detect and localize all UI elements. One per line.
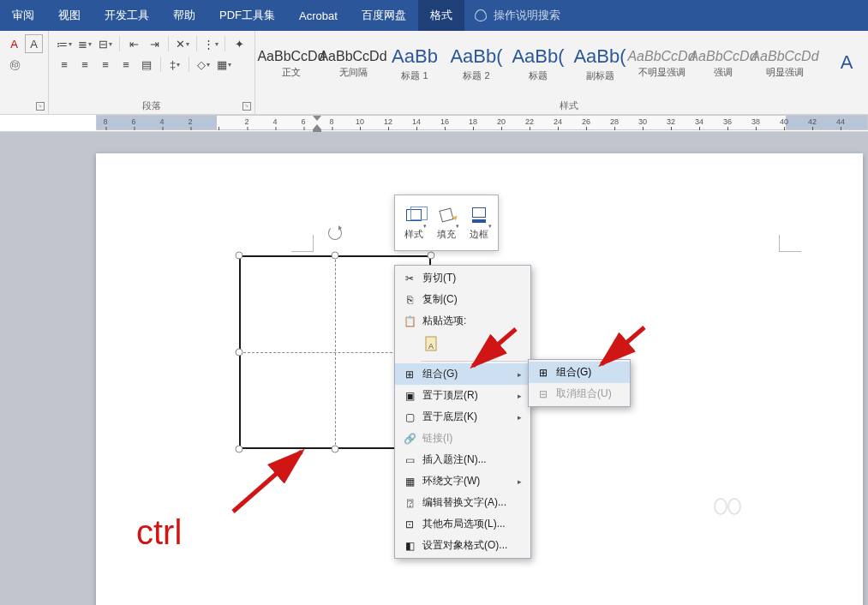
- resize-handle-bm[interactable]: [332, 446, 339, 453]
- ruler-tick: 14: [412, 117, 421, 126]
- paragraph-dialog-launcher[interactable]: [242, 102, 251, 111]
- font-dialog-launcher[interactable]: [36, 102, 45, 111]
- alt-text-icon: ⍰: [400, 497, 419, 509]
- group-font-partial: A A ㊞: [0, 31, 49, 114]
- numbering-button[interactable]: ≣: [75, 34, 95, 53]
- tab-help[interactable]: 帮助: [161, 0, 207, 31]
- style-name-label: 无间隔: [339, 66, 368, 79]
- tab-review[interactable]: 审阅: [0, 0, 46, 31]
- indent-marker[interactable]: [313, 116, 321, 121]
- tab-acrobat[interactable]: Acrobat: [287, 0, 350, 31]
- style-sample: AaBbCcDd: [319, 49, 386, 64]
- submenu-arrow-icon: ▸: [518, 477, 522, 486]
- char-border-button[interactable]: A: [25, 34, 43, 53]
- menu-format-object[interactable]: ◧ 设置对象格式(O)...: [395, 535, 530, 556]
- style-item-1[interactable]: AaBbCcDd无间隔: [322, 34, 384, 93]
- mini-fill-button[interactable]: ▾ 填充: [431, 199, 462, 247]
- resize-handle-tr[interactable]: [428, 252, 435, 260]
- sort-button[interactable]: ⋮: [201, 34, 221, 53]
- increase-indent-button[interactable]: ⇥: [144, 34, 165, 53]
- style-name-label: 标题: [529, 69, 548, 82]
- annotation-arrow-submenu: [593, 323, 653, 378]
- menu-bring-front[interactable]: ▣ 置于顶层(R) ▸: [395, 385, 530, 406]
- tab-view[interactable]: 视图: [46, 0, 93, 31]
- style-item-2[interactable]: AaBb标题 1: [384, 34, 446, 93]
- bulb-icon: [475, 9, 487, 21]
- document-canvas[interactable]: ▾ 样式 ▾ 填充 ▾ 边框 ✂ 剪切(T) ⎘ 复制(C): [0, 132, 868, 605]
- menu-link: 🔗 链接(I): [395, 428, 530, 449]
- style-sample: AaBb(: [512, 45, 564, 68]
- style-item-4[interactable]: AaBb(标题: [507, 34, 569, 93]
- scissors-icon: ✂: [400, 273, 419, 285]
- submenu-arrow-icon: ▸: [518, 392, 522, 400]
- menu-send-back[interactable]: ▢ 置于底层(K) ▸: [395, 406, 530, 428]
- tab-pdf[interactable]: PDF工具集: [207, 0, 287, 31]
- style-item-3[interactable]: AaBb(标题 2: [446, 34, 507, 93]
- mini-outline-button[interactable]: ▾ 边框: [464, 199, 494, 247]
- page[interactable]: ▾ 样式 ▾ 填充 ▾ 边框 ✂ 剪切(T) ⎘ 复制(C): [96, 153, 863, 605]
- ruler-tick: 42: [808, 117, 817, 126]
- rotate-handle[interactable]: [328, 226, 342, 240]
- copy-icon: ⎘: [400, 294, 419, 306]
- style-item-6[interactable]: AaBbCcDd不明显强调: [631, 34, 692, 93]
- tell-me-search[interactable]: 操作说明搜索: [464, 0, 571, 31]
- tab-format[interactable]: 格式: [418, 0, 464, 31]
- resize-handle-ml[interactable]: [236, 349, 243, 356]
- ruler-tick: 34: [695, 117, 703, 126]
- mini-style-button[interactable]: ▾ 样式: [398, 199, 429, 247]
- style-name-label: 强调: [714, 66, 733, 79]
- show-marks-button[interactable]: ✦: [229, 34, 249, 53]
- justify-button[interactable]: ≡: [116, 55, 136, 74]
- margin-corner-tl: [291, 235, 314, 252]
- paste-picture-button[interactable]: A: [421, 333, 443, 356]
- borders-button[interactable]: ▦: [213, 55, 234, 74]
- shading-button[interactable]: ◇: [193, 55, 213, 74]
- ruler-tick: 8: [103, 117, 107, 126]
- align-right-button[interactable]: ≡: [95, 55, 116, 74]
- enclose-char-button[interactable]: ㊞: [5, 56, 24, 75]
- decrease-indent-button[interactable]: ⇤: [123, 34, 144, 53]
- menu-cut[interactable]: ✂ 剪切(T): [395, 267, 530, 289]
- margin-corner-tr: [779, 235, 801, 252]
- tell-me-label: 操作说明搜索: [494, 8, 560, 23]
- resize-handle-tl[interactable]: [236, 252, 243, 260]
- style-name-label: 明显强调: [766, 66, 804, 79]
- asian-layout-button[interactable]: ✕: [172, 34, 193, 53]
- align-center-button[interactable]: ≡: [75, 55, 95, 74]
- ruler-tick: 4: [159, 117, 164, 126]
- align-left-button[interactable]: ≡: [54, 55, 75, 74]
- line-spacing-button[interactable]: ‡: [165, 55, 185, 74]
- style-name-label: 副标题: [586, 69, 614, 82]
- ruler-tick: 10: [356, 117, 364, 126]
- horizontal-ruler[interactable]: 8642246810121416182022242628303234363840…: [0, 115, 868, 132]
- ruler-tick: 18: [469, 117, 477, 126]
- menu-wrap-text[interactable]: ▦ 环绕文字(W) ▸: [395, 470, 530, 492]
- ruler-tick: 8: [329, 117, 333, 126]
- distribute-button[interactable]: ▤: [136, 55, 157, 74]
- menu-alt-text[interactable]: ⍰ 编辑替换文字(A)...: [395, 492, 530, 513]
- styles-gallery[interactable]: AaBbCcDd正文AaBbCcDd无间隔AaBb标题 1AaBb(标题 2Aa…: [260, 34, 868, 93]
- svg-point-6: [728, 499, 740, 514]
- style-item-7[interactable]: AaBbCcDd强调: [692, 34, 754, 93]
- ruler-tick: 20: [497, 117, 506, 126]
- ruler-tick: 40: [780, 117, 788, 126]
- ruler-tick: 12: [384, 117, 392, 126]
- tab-baidu[interactable]: 百度网盘: [350, 0, 418, 31]
- menu-copy[interactable]: ⎘ 复制(C): [395, 289, 530, 310]
- paragraph-group-label: 段落: [49, 99, 254, 112]
- ruler-tick: 2: [244, 117, 248, 126]
- menu-insert-caption[interactable]: ▭ 插入题注(N)...: [395, 449, 530, 470]
- style-item-8[interactable]: AaBbCcDd明显强调: [754, 34, 816, 93]
- style-item-9[interactable]: A: [816, 34, 868, 93]
- outline-icon: [472, 207, 486, 218]
- svg-text:A: A: [428, 342, 434, 350]
- style-item-5[interactable]: AaBb(副标题: [569, 34, 631, 93]
- style-sample: AaBbCcDd: [627, 49, 695, 64]
- tab-dev[interactable]: 开发工具: [93, 0, 161, 31]
- bullets-button[interactable]: ≔: [54, 34, 75, 53]
- font-color-button[interactable]: A: [5, 34, 23, 53]
- resize-handle-tm[interactable]: [332, 252, 339, 260]
- multilevel-button[interactable]: ⊟: [95, 34, 116, 53]
- style-item-0[interactable]: AaBbCcDd正文: [260, 34, 322, 93]
- menu-more-layout[interactable]: ⊡ 其他布局选项(L)...: [395, 513, 530, 535]
